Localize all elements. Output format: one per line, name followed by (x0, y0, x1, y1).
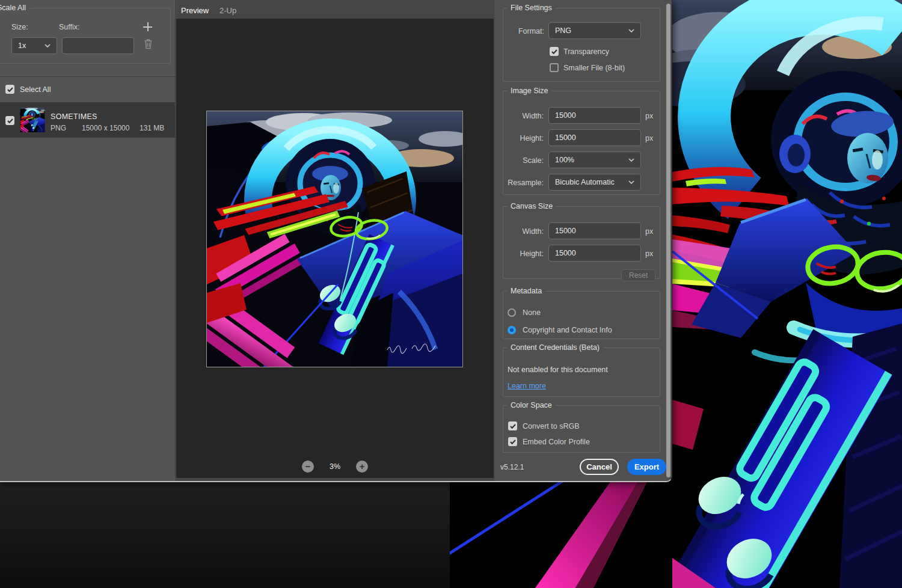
export-as-dialog: Scale All Size: Suffix: 1x (0, 0, 672, 482)
chevron-down-icon (628, 29, 634, 32)
image-size-title: Image Size (507, 87, 552, 95)
color-space-group: Color Space Convert to sRGB Embed Color … (503, 401, 660, 453)
file-name: SOMETIMES (51, 112, 97, 121)
canvas-width-unit: px (645, 227, 653, 236)
file-settings-title: File Settings (507, 4, 556, 12)
chevron-down-icon (628, 158, 634, 162)
zoom-bar: − 3% + (176, 460, 494, 473)
photoshop-pasteboard (0, 482, 450, 588)
image-width-input[interactable] (549, 107, 640, 124)
canvas-width-label: Width: (503, 227, 544, 236)
image-height-unit: px (645, 134, 653, 142)
format-dropdown[interactable]: PNG (548, 22, 641, 39)
canvas-height-label: Height: (503, 250, 544, 258)
content-credentials-title: Content Credentials (Beta) (507, 343, 603, 352)
convert-srgb-checkbox[interactable] (508, 421, 517, 430)
zoom-out-button[interactable]: − (302, 461, 314, 473)
canvas-height-unit: px (645, 250, 653, 258)
tab-2up[interactable]: 2-Up (219, 6, 236, 15)
export-button[interactable]: Export (627, 459, 666, 475)
metadata-group: Metadata None Copyright and Contact Info (503, 287, 660, 339)
file-thumbnail (20, 108, 45, 132)
transparency-checkbox[interactable] (550, 47, 559, 56)
smaller-file-label: Smaller File (8-bit) (563, 64, 625, 72)
export-file-row[interactable]: SOMETIMES PNG 15000 x 15000 131 MB (0, 102, 175, 138)
scale-size-dropdown[interactable]: 1x (11, 37, 57, 54)
list-divider (0, 76, 175, 77)
suffix-input[interactable] (63, 37, 133, 54)
export-settings-panel: File Settings Format: PNG Transparency S… (494, 0, 666, 481)
metadata-none-label: None (523, 308, 541, 317)
check-icon (7, 118, 13, 123)
check-icon (510, 424, 516, 429)
smaller-file-checkbox[interactable] (550, 63, 559, 72)
scale-dropdown[interactable]: 100% (548, 152, 641, 168)
content-credentials-group: Content Credentials (Beta) Not enabled f… (503, 343, 660, 397)
export-scale-panel: Scale All Size: Suffix: 1x (0, 0, 176, 481)
scale-label: Scale: (503, 156, 544, 165)
size-label: Size: (11, 23, 28, 31)
reset-button[interactable]: Reset (621, 269, 655, 281)
check-icon (7, 87, 13, 92)
file-dimensions: 15000 x 15000 (82, 124, 129, 132)
metadata-copyright-label: Copyright and Contact Info (523, 326, 612, 334)
photoshop-export-screen: Scale All Size: Suffix: 1x (0, 0, 902, 588)
canvas-height-input[interactable] (549, 245, 640, 262)
version-text: v5.12.1 (500, 463, 524, 471)
metadata-none-radio[interactable] (508, 308, 516, 317)
transparency-label: Transparency (563, 47, 609, 56)
format-label: Format: (503, 27, 544, 35)
resample-dropdown[interactable]: Bicubic Automatic (548, 174, 641, 191)
scale-all-group: Scale All Size: Suffix: 1x (0, 4, 171, 64)
preview-panel: Preview 2-Up − 3% + (176, 0, 494, 481)
file-size: 131 MB (140, 124, 164, 132)
preview-tabbar: Preview 2-Up (176, 0, 494, 19)
tab-preview[interactable]: Preview (181, 6, 209, 15)
check-icon (551, 49, 557, 54)
image-width-unit: px (645, 112, 653, 120)
embed-profile-checkbox[interactable] (508, 437, 517, 446)
file-settings-group: File Settings Format: PNG Transparency S… (503, 4, 660, 82)
scale-all-title: Scale All (0, 4, 29, 12)
zoom-level: 3% (330, 462, 340, 471)
convert-srgb-label: Convert to sRGB (523, 422, 579, 430)
preview-image (207, 111, 462, 367)
chevron-down-icon (44, 44, 51, 47)
resample-label: Resample: (503, 179, 544, 187)
preview-viewport: − 3% + (176, 19, 494, 478)
cancel-button[interactable]: Cancel (580, 459, 619, 475)
image-height-label: Height: (503, 134, 544, 142)
metadata-copyright-radio[interactable] (508, 326, 516, 334)
metadata-title: Metadata (507, 287, 545, 295)
learn-more-link[interactable]: Learn more (508, 382, 546, 390)
canvas-width-input[interactable] (549, 222, 640, 239)
suffix-label: Suffix: (59, 23, 80, 31)
embed-profile-label: Embed Color Profile (523, 438, 590, 446)
file-checkbox[interactable] (5, 116, 14, 125)
trash-icon[interactable] (144, 38, 153, 49)
canvas-size-group: Canvas Size Width: px Height: px Reset (503, 202, 660, 279)
file-format: PNG (51, 124, 66, 132)
check-icon (510, 439, 516, 444)
canvas-size-title: Canvas Size (507, 202, 556, 210)
zoom-in-button[interactable]: + (356, 461, 368, 473)
image-width-label: Width: (503, 112, 544, 120)
image-size-group: Image Size Width: px Height: px Scale: 1… (503, 87, 660, 195)
content-credentials-status: Not enabled for this document (508, 366, 608, 374)
select-all-label: Select All (20, 85, 51, 94)
dialog-scrollbar[interactable] (666, 4, 670, 477)
add-scale-icon[interactable] (143, 22, 152, 31)
image-height-input[interactable] (549, 129, 640, 146)
select-all-checkbox[interactable] (5, 85, 14, 94)
chevron-down-icon (628, 180, 634, 184)
color-space-title: Color Space (507, 401, 556, 409)
